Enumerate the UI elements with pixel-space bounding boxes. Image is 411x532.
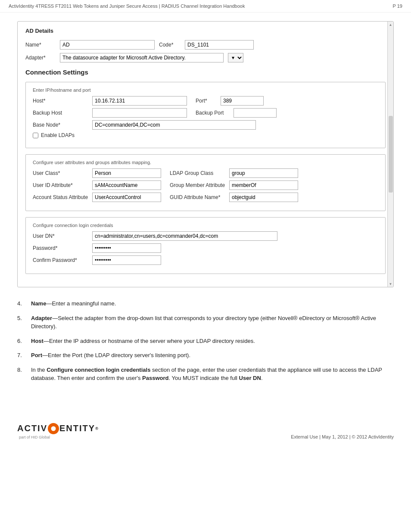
page-footer: ACTIV ENTITY ® part of HID Global Extern… xyxy=(0,414,411,446)
logo-text: ACTIV ENTITY ® xyxy=(17,423,99,434)
backup-port-input[interactable] xyxy=(234,108,277,118)
instruction-8: 8. In the Configure connection login cre… xyxy=(17,366,394,383)
ad-details-title: AD Details xyxy=(25,28,386,34)
confirm-password-input[interactable] xyxy=(92,255,161,265)
logo-text-2: ENTITY xyxy=(59,423,95,433)
logo-sub: part of HID Global xyxy=(19,435,50,439)
account-status-label: Account Status Attribute xyxy=(33,194,89,200)
instructions-list: 4. Name—Enter a meaningful name. 5. Adap… xyxy=(17,299,394,383)
confirm-password-label: Confirm Password* xyxy=(33,257,89,263)
footer-right: External Use | May 1, 2012 | © 2012 Acti… xyxy=(291,434,394,439)
confirm-password-row: Confirm Password* xyxy=(33,255,378,265)
user-id-row: User ID Attribute* Group Member Attribut… xyxy=(33,180,378,190)
base-node-input[interactable] xyxy=(92,120,256,130)
instruction-6: 6. Host—Enter the IP address or hostname… xyxy=(17,337,394,345)
footer-logo: ACTIV ENTITY ® part of HID Global xyxy=(17,423,99,439)
credentials-box: Configure connection login credentials U… xyxy=(25,217,386,274)
scroll-up-arrow[interactable]: ▲ xyxy=(389,22,393,27)
adapter-input[interactable] xyxy=(60,53,224,62)
page-number: P 19 xyxy=(393,3,402,9)
host-col: Host* xyxy=(33,96,187,106)
user-class-input[interactable] xyxy=(92,168,161,178)
user-class-col: User Class* xyxy=(33,168,161,178)
account-status-row: Account Status Attribute GUID Attribute … xyxy=(33,193,378,202)
ldap-group-class-label: LDAP Group Class xyxy=(170,170,226,176)
port-input[interactable] xyxy=(221,96,264,106)
user-class-row: User Class* LDAP Group Class xyxy=(33,168,378,178)
ldap-group-class-input[interactable] xyxy=(229,168,298,178)
host-port-row: Host* Port* xyxy=(33,96,378,106)
base-node-label: Base Node* xyxy=(33,122,89,128)
scrollbar[interactable]: ▲ ▼ xyxy=(387,22,393,287)
group-member-col: Group Member Attribute xyxy=(170,180,298,190)
guid-col: GUID Attribute Name* xyxy=(170,193,298,202)
credentials-hint: Configure connection login credentials xyxy=(33,223,378,228)
instruction-6-text: Host—Enter the IP address or hostname of… xyxy=(31,337,255,345)
instruction-7: 7. Port—Enter the Port (the LDAP directo… xyxy=(17,351,394,360)
backup-port-col: Backup Port xyxy=(196,108,277,118)
backup-row: Backup Host Backup Port xyxy=(33,108,378,118)
connection-settings-title: Connection Settings xyxy=(25,68,386,76)
attributes-hint: Configure user attributes and groups att… xyxy=(33,160,378,165)
backup-host-input[interactable] xyxy=(92,108,187,118)
user-dn-label: User DN* xyxy=(33,233,89,239)
instruction-4-number: 4. xyxy=(17,299,28,308)
scroll-down-arrow[interactable]: ▼ xyxy=(389,282,393,286)
page-header: ActivIdentity 4TRESS FT2011 Web Tokens a… xyxy=(0,0,411,12)
instruction-4: 4. Name—Enter a meaningful name. xyxy=(17,299,394,308)
instruction-4-text: Name—Enter a meaningful name. xyxy=(31,299,116,308)
name-input[interactable] xyxy=(60,40,155,50)
backup-host-col: Backup Host xyxy=(33,108,187,118)
enable-ldaps-row: Enable LDAPs xyxy=(33,132,378,138)
user-dn-row: User DN* xyxy=(33,231,378,241)
user-id-col: User ID Attribute* xyxy=(33,180,161,190)
port-col: Port* xyxy=(196,96,264,106)
connection-inner-box: Enter IP/hostname and port Host* Port* B… xyxy=(25,82,386,148)
adapter-label: Adapter* xyxy=(25,55,56,61)
code-input[interactable] xyxy=(185,40,254,50)
name-label: Name* xyxy=(25,42,56,48)
instruction-5-text: Adapter—Select the adapter from the drop… xyxy=(31,314,394,331)
port-label: Port* xyxy=(196,98,217,104)
logo-text-1: ACTIV xyxy=(17,423,47,433)
adapter-row: Adapter* ▾ xyxy=(25,53,386,62)
account-status-col: Account Status Attribute xyxy=(33,193,161,202)
code-label: Code* xyxy=(159,42,181,48)
guid-attribute-input[interactable] xyxy=(229,193,298,202)
enable-ldaps-checkbox[interactable] xyxy=(33,133,38,138)
ldap-group-class-col: LDAP Group Class xyxy=(170,168,298,178)
instruction-7-text: Port—Enter the Port (the LDAP directory … xyxy=(31,351,190,360)
group-member-input[interactable] xyxy=(229,180,298,190)
user-dn-input[interactable] xyxy=(92,231,277,241)
enable-ldaps-label: Enable LDAPs xyxy=(41,132,97,138)
host-input[interactable] xyxy=(92,96,187,106)
instruction-5: 5. Adapter—Select the adapter from the d… xyxy=(17,314,394,331)
name-code-row: Name* Code* xyxy=(25,40,386,50)
instruction-8-number: 8. xyxy=(17,366,28,383)
user-id-input[interactable] xyxy=(92,180,161,190)
logo-icon xyxy=(48,423,59,434)
adapter-dropdown[interactable]: ▾ xyxy=(228,53,243,62)
user-id-label: User ID Attribute* xyxy=(33,182,89,188)
group-member-label: Group Member Attribute xyxy=(170,182,226,188)
password-input[interactable] xyxy=(92,243,161,253)
instruction-7-number: 7. xyxy=(17,351,28,360)
backup-port-label: Backup Port xyxy=(196,110,230,116)
password-label: Password* xyxy=(33,245,89,251)
guid-attribute-label: GUID Attribute Name* xyxy=(170,194,226,200)
base-node-row: Base Node* xyxy=(33,120,378,130)
account-status-input[interactable] xyxy=(92,193,161,202)
attributes-box: Configure user attributes and groups att… xyxy=(25,154,386,211)
host-label: Host* xyxy=(33,98,89,104)
main-content: AD Details Name* Code* Adapter* ▾ Connec… xyxy=(0,12,411,397)
instruction-5-number: 5. xyxy=(17,314,28,331)
scroll-thumb[interactable] xyxy=(389,116,393,193)
ad-details-box: AD Details Name* Code* Adapter* ▾ Connec… xyxy=(17,21,394,287)
user-class-label: User Class* xyxy=(33,170,89,176)
password-row: Password* xyxy=(33,243,378,253)
ip-hint: Enter IP/hostname and port xyxy=(33,87,378,93)
instruction-8-text: In the Configure connection login creden… xyxy=(31,366,394,383)
header-title: ActivIdentity 4TRESS FT2011 Web Tokens a… xyxy=(9,3,245,9)
instruction-6-number: 6. xyxy=(17,337,28,345)
backup-host-label: Backup Host xyxy=(33,110,89,116)
